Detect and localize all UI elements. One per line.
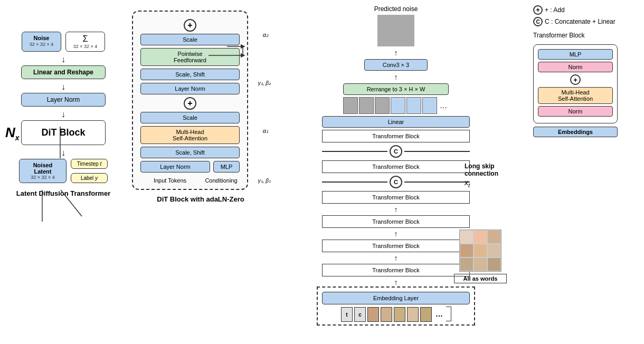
gamma1-beta1-label: γ₁, β₁ bbox=[258, 178, 271, 184]
bottom-row: Layer Norm MLP bbox=[140, 161, 240, 175]
legend-mhsa: Multi-Head Self-Attention bbox=[538, 87, 613, 104]
layer-norm-1-box: Layer Norm bbox=[140, 161, 210, 173]
arrow-tb4: ↑ bbox=[322, 205, 470, 214]
all-as-words-label: All as words bbox=[454, 274, 507, 283]
arrow-embed: ↑ bbox=[322, 278, 470, 286]
img-token-3 bbox=[394, 307, 405, 322]
img-token-1 bbox=[367, 307, 379, 322]
linear-box: Linear bbox=[322, 116, 470, 128]
dit-block-wrapper: Nx DiT Block bbox=[21, 120, 106, 145]
timestep-box: Timestep t bbox=[71, 159, 108, 169]
legend-block: MLP Norm + Multi-Head Self-Attention Nor… bbox=[533, 44, 618, 123]
concat-legend: C C : Concatenate + Linear bbox=[533, 17, 639, 26]
time-label-col: Timestep t Label y bbox=[71, 159, 108, 183]
concat-2-row: C bbox=[322, 175, 470, 189]
top-row: Noise 32 × 32 × 4 Σ 32 × 32 × 4 bbox=[5, 32, 121, 52]
legend-embeddings: Embeddings bbox=[533, 127, 618, 137]
gc7 bbox=[460, 257, 473, 271]
left-section: Noise 32 × 32 × 4 Σ 32 × 32 × 4 ↓ Linear… bbox=[5, 32, 121, 197]
long-skip-label: Long skip connection bbox=[465, 163, 512, 177]
dit-block-box: DiT Block bbox=[21, 120, 106, 145]
noise-label: Noise bbox=[26, 34, 56, 42]
img-token-2 bbox=[381, 307, 392, 322]
alpha2-label: α₂ bbox=[263, 32, 268, 39]
line-2 bbox=[404, 151, 470, 152]
multi-head-attn-box: Multi-Head Self-Attention bbox=[140, 126, 240, 144]
rerrange-box: Rerrange to 3 × H × W bbox=[343, 83, 449, 95]
noised-latent-label: NoisedLatent bbox=[24, 162, 62, 175]
arrow-down-2: ↓ bbox=[5, 82, 121, 92]
legend-section: + + : Add C C : Concatenate + Linear Tra… bbox=[533, 5, 639, 139]
input-tokens-label: Input Tokens bbox=[140, 177, 200, 184]
conditioning-label: Conditioning bbox=[203, 177, 240, 184]
inputs-row: NoisedLatent 32 × 32 × 4 Timestep t Labe… bbox=[5, 159, 121, 183]
arrow-down-3: ↓ bbox=[5, 110, 121, 119]
concat-label: C : Concatenate + Linear bbox=[545, 18, 615, 25]
tb5: Transformer Block bbox=[322, 160, 470, 173]
gc9 bbox=[487, 257, 501, 271]
patch-2 bbox=[359, 97, 374, 114]
arrow-pn: ↑ bbox=[322, 49, 470, 57]
gc1 bbox=[460, 230, 473, 244]
right-section: Predicted noise ↑ Conv3 × 3 ↑ Rerrange t… bbox=[285, 5, 507, 326]
label-box: Label y bbox=[71, 173, 108, 183]
legend-add-circle: + bbox=[570, 74, 581, 85]
concat-icon: C bbox=[533, 17, 543, 26]
line-3 bbox=[322, 181, 387, 183]
gc2 bbox=[473, 230, 487, 244]
concat-circle-1: C bbox=[390, 145, 402, 158]
scale-shift-2-box: Scale, Shift bbox=[140, 69, 240, 80]
patch-4 bbox=[391, 97, 405, 114]
tb6: Transformer Block bbox=[322, 130, 470, 142]
arrow-tb2: ↑ bbox=[322, 254, 470, 262]
grid-image bbox=[459, 230, 501, 272]
middle-section: + Scale Pointwise Feedforward Scale, Shi… bbox=[132, 11, 269, 203]
long-skip-section: Long skip connection xt bbox=[465, 163, 512, 188]
token-dots: … bbox=[433, 307, 446, 321]
pointwise-ff-box: Pointwise Feedforward bbox=[140, 48, 240, 66]
legend-mlp: MLP bbox=[538, 49, 613, 60]
gamma2-beta2-label: γ₂, β₂ bbox=[258, 80, 271, 86]
add-circle-top: + bbox=[184, 19, 196, 32]
layer-norm-left: Layer Norm bbox=[21, 93, 106, 107]
line-4 bbox=[404, 181, 470, 183]
dots-1: … bbox=[438, 97, 449, 114]
arrow-tb3: ↑ bbox=[322, 230, 470, 238]
img-token-4 bbox=[407, 307, 419, 322]
add-circle-mid: + bbox=[184, 97, 196, 110]
tb1: Transformer Block bbox=[322, 264, 470, 276]
predicted-noise-label: Predicted noise bbox=[322, 5, 470, 13]
middle-title: DiT Block with adaLN-Zero bbox=[132, 195, 269, 203]
timestep-label: Timestep t bbox=[77, 161, 101, 167]
label-label: Label y bbox=[81, 175, 98, 181]
line-1 bbox=[322, 151, 387, 152]
tb-legend-title: Transformer Block bbox=[533, 32, 639, 39]
gc5 bbox=[473, 244, 487, 257]
embedding-layer-box: Embedding Layer bbox=[322, 292, 470, 304]
noised-latent-box: NoisedLatent 32 × 32 × 4 bbox=[19, 159, 67, 183]
concat-1-row: C bbox=[322, 144, 470, 159]
layer-norm-2-box: Layer Norm bbox=[140, 83, 240, 94]
noise-box: Noise 32 × 32 × 4 bbox=[22, 32, 61, 52]
tokens-cond-row: Input Tokens Conditioning bbox=[140, 177, 240, 184]
legend-norm-1: Norm bbox=[538, 62, 613, 72]
c-token: c bbox=[354, 307, 366, 322]
scale-1-box: Scale bbox=[140, 112, 240, 123]
add-legend: + + : Add bbox=[533, 5, 639, 15]
scale-top-box: Scale bbox=[140, 34, 240, 45]
arrow-conv: ↑ bbox=[322, 73, 470, 81]
sigma-size: 32 × 32 × 4 bbox=[70, 44, 100, 49]
sigma-box: Σ 32 × 32 × 4 bbox=[65, 32, 105, 52]
dit-block-label: DiT Block bbox=[41, 127, 85, 138]
arrow-down-4: ↓ bbox=[5, 148, 121, 158]
token-end bbox=[446, 307, 451, 321]
predicted-noise-box bbox=[377, 15, 414, 46]
add-icon: + bbox=[533, 5, 543, 15]
mlp-box: MLP bbox=[213, 161, 240, 173]
tb3: Transformer Block bbox=[322, 215, 470, 228]
concat-circle-2: C bbox=[390, 176, 402, 188]
gc3 bbox=[487, 230, 501, 244]
noised-latent-size: 32 × 32 × 4 bbox=[24, 175, 62, 180]
token-row: t c … bbox=[320, 307, 472, 322]
xt-label: xt bbox=[465, 178, 512, 188]
